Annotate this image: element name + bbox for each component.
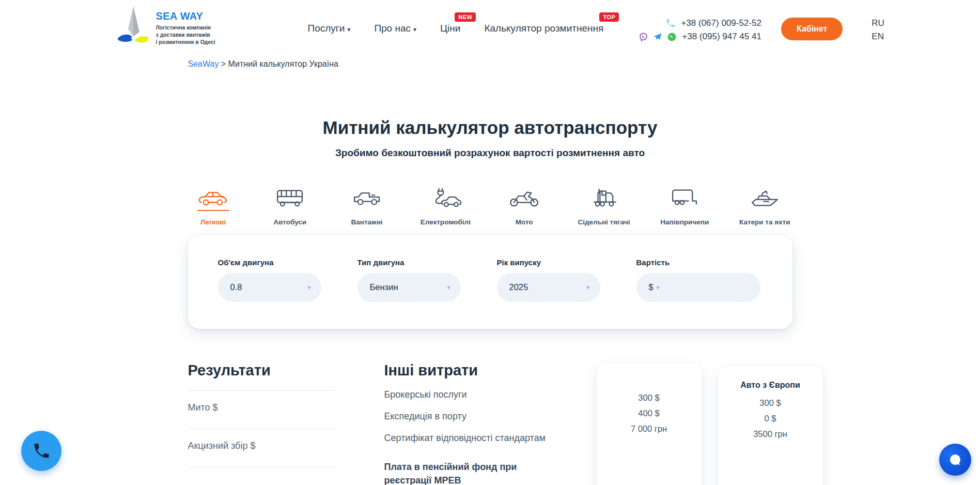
tab-electric-cars[interactable]: Електромобілі <box>421 187 471 226</box>
results-section: Результати Мито $ Акцизний збір $ <box>188 362 336 485</box>
callback-button[interactable] <box>21 431 61 471</box>
electric-car-icon <box>429 187 461 211</box>
tab-semi-trailers[interactable]: Напівпричепи <box>660 187 709 226</box>
tab-semi-trucks[interactable]: Сідельні тягачі <box>578 187 630 226</box>
expense-item: Брокерські послуги <box>384 389 560 401</box>
breadcrumb-home-link[interactable]: SeaWay <box>188 59 219 68</box>
duty-row: Мито $ <box>188 391 336 429</box>
nav-item-prices[interactable]: Ціни NEW <box>440 23 460 34</box>
expense-item: Сертифікат відповідності стандартам <box>384 432 560 444</box>
breadcrumb-separator: > <box>219 59 228 68</box>
logo[interactable]: SEA WAY Логістична компанія з доставки в… <box>116 5 251 46</box>
main-nav: Послуги▾ Про нас▾ Ціни NEW Калькулятор р… <box>308 23 604 34</box>
yacht-icon <box>749 187 781 211</box>
top-badge: TOP <box>599 12 619 22</box>
chevron-down-icon: ▾ <box>447 284 450 291</box>
chat-bubble-icon <box>947 452 963 467</box>
truck-icon <box>351 187 383 211</box>
chat-widget-button[interactable] <box>939 444 971 476</box>
cost-label: Вартість <box>636 258 760 267</box>
vehicle-type-tabs: Легкові Автобуси Вантажні <box>188 187 792 226</box>
phone-icon <box>32 442 51 460</box>
year-select[interactable]: 2025 ▾ <box>497 273 600 302</box>
price-value: 7 000 грн <box>605 424 693 434</box>
expense-item: Експедиція в порту <box>384 411 560 422</box>
chevron-down-icon: ▾ <box>656 284 659 291</box>
nav-item-customs-calculator[interactable]: Калькулятор розмитнення TOP <box>484 23 603 34</box>
excise-row: Акцизний збір $ <box>188 429 336 467</box>
semi-truck-icon <box>588 187 620 211</box>
chevron-down-icon: ▾ <box>307 284 310 291</box>
breadcrumb-current: Митний калькулятор Україна <box>228 59 338 68</box>
europe-card-title: Авто з Європи <box>726 381 815 390</box>
phone-number-1[interactable]: +38 (067) 009-52-52 <box>681 18 761 28</box>
price-value: 400 $ <box>605 408 693 418</box>
cost-input-wrap: $ ▾ <box>636 273 760 302</box>
phone-number-2[interactable]: +38 (095) 947 45 41 <box>682 32 761 42</box>
tab-cars[interactable]: Легкові <box>190 187 237 226</box>
chevron-down-icon: ▾ <box>347 26 350 33</box>
calculator-form-card: Об'єм двигуна 0.8 ▾ Тип двигуна Бензин ▾… <box>188 235 792 329</box>
results-title: Результати <box>188 362 336 379</box>
whatsapp-icon[interactable] <box>667 32 677 42</box>
divider <box>188 467 336 467</box>
expenses-price-card: 300 $ 400 $ 7 000 грн <box>596 363 702 485</box>
chevron-down-icon: ▾ <box>586 284 589 291</box>
breadcrumb: SeaWay > Митний калькулятор Україна <box>188 59 792 69</box>
engine-type-label: Тип двигуна <box>357 258 461 267</box>
nav-item-services[interactable]: Послуги▾ <box>308 23 351 34</box>
engine-type-select[interactable]: Бензин ▾ <box>357 273 461 302</box>
logo-tagline: Логістична компанія з доставки вантажів … <box>156 24 215 46</box>
nav-item-about[interactable]: Про нас▾ <box>374 23 416 34</box>
year-label: Рік випуску <box>497 258 600 267</box>
price-value: 300 $ <box>605 393 693 403</box>
language-switcher: RU EN <box>872 17 884 44</box>
other-expenses-title: Інші витрати <box>384 362 560 379</box>
tab-trucks[interactable]: Вантажні <box>344 187 390 226</box>
lang-en[interactable]: EN <box>872 30 884 43</box>
new-badge: NEW <box>455 12 476 22</box>
engine-type-field: Тип двигуна Бензин ▾ <box>357 258 461 302</box>
pension-fund-item: Плата в пенсійний фонд при реєстрації МР… <box>384 460 560 485</box>
engine-volume-label: Об'єм двигуна <box>218 258 321 267</box>
trailer-icon <box>668 187 701 211</box>
tab-boats-yachts[interactable]: Катери та яхти <box>739 187 790 226</box>
cost-field: Вартість $ ▾ <box>636 258 760 302</box>
motorcycle-icon <box>508 187 540 211</box>
lang-ru[interactable]: RU <box>872 17 884 30</box>
bus-icon <box>274 187 306 211</box>
europe-price-card: Авто з Європи 300 $ 0 $ 3500 грн <box>718 366 823 485</box>
page-subtitle: Зробимо безкоштовний розрахунок вартості… <box>188 147 792 159</box>
other-expenses-section: Інші витрати Брокерські послуги Експедиц… <box>384 362 560 485</box>
viber-icon[interactable] <box>639 32 648 42</box>
price-value: 300 $ <box>726 398 815 408</box>
logo-title: SEA WAY <box>156 10 215 22</box>
telegram-icon[interactable] <box>652 32 663 42</box>
year-field: Рік випуску 2025 ▾ <box>497 258 600 302</box>
cost-input[interactable] <box>662 282 751 292</box>
engine-volume-select[interactable]: 0.8 ▾ <box>218 273 321 302</box>
tab-buses[interactable]: Автобуси <box>267 187 313 226</box>
car-icon <box>197 187 229 211</box>
seaway-logo-icon <box>116 5 150 46</box>
currency-select[interactable]: $ <box>649 283 654 292</box>
cabinet-button[interactable]: Кабінет <box>781 18 843 40</box>
price-value: 3500 грн <box>726 429 815 439</box>
engine-volume-field: Об'єм двигуна 0.8 ▾ <box>218 258 321 302</box>
tab-motorcycles[interactable]: Мото <box>501 187 548 226</box>
price-value: 0 $ <box>726 414 815 423</box>
header-contacts: +38 (067) 009-52-52 +38 (095) <box>639 17 761 43</box>
chevron-down-icon: ▾ <box>413 26 416 33</box>
phone-icon <box>665 18 676 28</box>
page-title: Митний калькулятор автотранспорту <box>188 117 792 138</box>
header: SEA WAY Логістична компанія з доставки в… <box>0 0 980 46</box>
